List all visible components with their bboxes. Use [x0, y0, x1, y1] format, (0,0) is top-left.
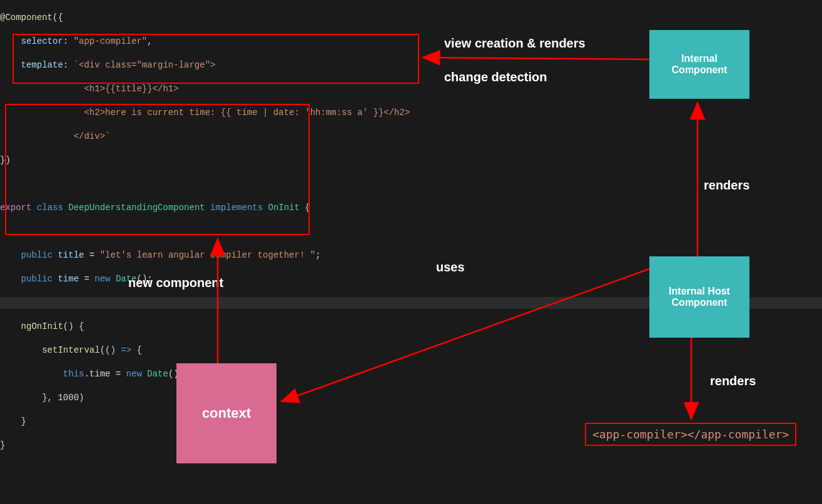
new-component-label: new component: [128, 276, 223, 290]
renders-label-1: renders: [704, 178, 749, 193]
renders-label-2: renders: [710, 374, 756, 388]
internal-host-component-box: Internal Host Component: [649, 256, 749, 338]
view-creation-label: view creation & renders: [444, 36, 586, 51]
class-redbox: [5, 104, 310, 235]
change-detection-label: change detection: [444, 70, 547, 84]
internal-component-box: Internal Component: [649, 30, 749, 99]
app-compiler-tag: <app-compiler></app-compiler>: [585, 423, 796, 446]
context-box: context: [176, 363, 277, 463]
uses-label: uses: [436, 260, 465, 275]
template-redbox: [13, 34, 419, 84]
